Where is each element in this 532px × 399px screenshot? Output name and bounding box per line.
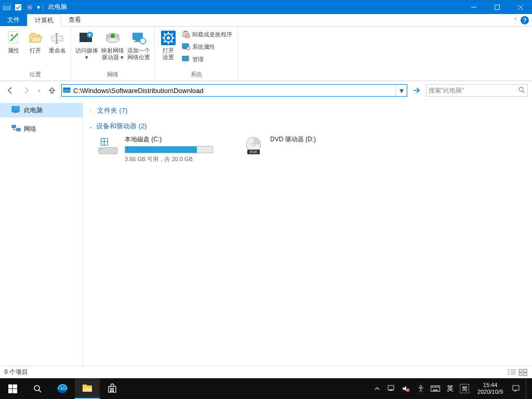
drive-d-name: DVD 驱动器 (D:): [270, 135, 316, 144]
tray-notifications-icon[interactable]: [511, 384, 521, 393]
tray-clock[interactable]: 15:44 2020/10/9: [474, 382, 506, 395]
up-button[interactable]: [46, 84, 58, 97]
recent-locations-button[interactable]: ▾: [35, 84, 43, 97]
view-switcher[interactable]: [507, 369, 528, 376]
svg-rect-1: [3, 4, 10, 6]
add-netloc-icon: [130, 30, 147, 46]
show-desktop-button[interactable]: [526, 378, 529, 399]
svg-rect-8: [51, 36, 63, 41]
svg-rect-54: [524, 369, 527, 372]
ribbon-sys-props[interactable]: 系统属性: [180, 41, 234, 52]
tab-view[interactable]: 查看: [61, 14, 88, 26]
window-title: 此电脑: [44, 3, 67, 11]
ribbon-tabs: 文件 计算机 查看 ⌃ ?: [0, 14, 532, 26]
svg-rect-56: [524, 373, 527, 376]
group-folders[interactable]: 〉 文件夹 (7): [88, 104, 527, 119]
search-icon: [518, 86, 525, 95]
tray-ease-icon[interactable]: [416, 384, 425, 393]
svg-point-6: [11, 34, 13, 36]
taskbar-edge[interactable]: [50, 378, 75, 399]
forward-button[interactable]: [20, 84, 32, 97]
taskbar-search[interactable]: [25, 378, 50, 399]
ribbon-rename[interactable]: 重命名: [47, 29, 68, 55]
qat-checkbox-icon[interactable]: [12, 2, 24, 13]
navbar: ▾ ▾ 搜索"此电脑": [0, 81, 532, 100]
tray-volume-icon[interactable]: [402, 384, 411, 393]
taskbar-store[interactable]: [100, 378, 125, 399]
svg-point-19: [140, 38, 146, 44]
svg-point-15: [111, 34, 115, 38]
ribbon-uninstall[interactable]: 卸载或更改程序: [180, 29, 234, 40]
taskbar-explorer[interactable]: [75, 378, 100, 399]
svg-point-61: [34, 385, 39, 391]
svg-point-23: [167, 36, 170, 39]
tray-overflow-icon[interactable]: [373, 384, 382, 393]
qat-dropdown-icon[interactable]: [24, 2, 35, 13]
rename-icon: [49, 30, 65, 46]
svg-rect-41: [17, 128, 20, 131]
drive-d[interactable]: DVD DVD 驱动器 (D:): [242, 135, 372, 163]
address-input[interactable]: [72, 85, 395, 96]
svg-rect-57: [8, 384, 12, 389]
icons-view-icon[interactable]: [518, 369, 528, 376]
svg-rect-60: [12, 389, 17, 393]
ribbon-map-drive[interactable]: 映射网络驱动器 ▾: [100, 29, 125, 62]
details-view-icon[interactable]: [507, 369, 516, 376]
sidebar-label-this-pc: 此电脑: [24, 106, 43, 115]
svg-rect-40: [12, 125, 16, 128]
go-button[interactable]: [410, 84, 423, 97]
svg-rect-2: [15, 4, 21, 10]
help-icon[interactable]: ?: [521, 16, 529, 24]
minimize-button[interactable]: [462, 0, 485, 14]
chevron-down-icon[interactable]: ▾: [35, 2, 42, 13]
svg-rect-46: [104, 139, 108, 141]
status-items: 9 个项目: [4, 368, 28, 377]
svg-rect-67: [112, 388, 114, 390]
main: 此电脑 网络 〉 文件夹 (7) ⌄ 设备和驱动器 (2) 本地磁盘 (C:): [0, 100, 532, 366]
ribbon-manage[interactable]: 管理: [180, 54, 234, 65]
start-button[interactable]: [0, 378, 25, 399]
svg-rect-42: [99, 148, 117, 154]
tab-computer[interactable]: 计算机: [27, 14, 61, 26]
svg-rect-9: [79, 33, 86, 42]
drive-c[interactable]: 本地磁盘 (C:) 3.66 GB 可用，共 20.0 GB: [97, 135, 227, 163]
svg-point-36: [519, 87, 523, 91]
settings-icon: [160, 30, 177, 46]
svg-rect-48: [104, 142, 108, 145]
address-dropdown[interactable]: ▾: [395, 85, 407, 96]
ribbon-add-netloc[interactable]: 添加一个网络位置: [126, 29, 151, 62]
svg-rect-71: [390, 390, 392, 390]
sidebar-item-this-pc[interactable]: 此电脑: [0, 103, 83, 117]
system-tray: 英 简 15:44 2020/10/9: [373, 378, 532, 399]
address-bar[interactable]: ▾: [61, 84, 407, 97]
tray-keyboard-icon[interactable]: [431, 384, 440, 393]
ribbon-access-media[interactable]: 访问媒体▾: [74, 29, 99, 62]
ribbon-open[interactable]: 打开: [25, 29, 46, 55]
collapse-ribbon-icon[interactable]: ⌃: [513, 17, 517, 23]
ribbon-properties[interactable]: 属性: [3, 29, 24, 55]
tray-network-icon[interactable]: [387, 384, 396, 393]
svg-rect-55: [519, 373, 522, 376]
ribbon-open-settings[interactable]: 打开设置: [158, 29, 179, 62]
svg-point-14: [107, 37, 119, 43]
svg-rect-81: [433, 390, 438, 391]
close-button[interactable]: [509, 0, 532, 14]
svg-rect-33: [187, 58, 188, 59]
maximize-button[interactable]: [485, 0, 509, 14]
svg-rect-43: [100, 149, 103, 150]
svg-rect-58: [12, 384, 17, 389]
uninstall-icon: [182, 30, 190, 38]
back-button[interactable]: [4, 84, 17, 97]
tray-ime-lang[interactable]: 英: [445, 384, 455, 393]
tab-file[interactable]: 文件: [0, 14, 27, 26]
search-box[interactable]: 搜索"此电脑": [426, 84, 528, 97]
drive-c-usage-bar: [125, 146, 213, 153]
map-drive-icon: [104, 30, 121, 46]
window-icon[interactable]: [1, 2, 12, 13]
hdd-icon: [97, 135, 119, 158]
group-devices[interactable]: ⌄ 设备和驱动器 (2): [88, 119, 527, 135]
sidebar-item-network[interactable]: 网络: [0, 122, 83, 136]
drive-c-name: 本地磁盘 (C:): [125, 135, 213, 144]
network-icon: [11, 124, 21, 134]
tray-ime-mode[interactable]: 简: [460, 384, 469, 393]
